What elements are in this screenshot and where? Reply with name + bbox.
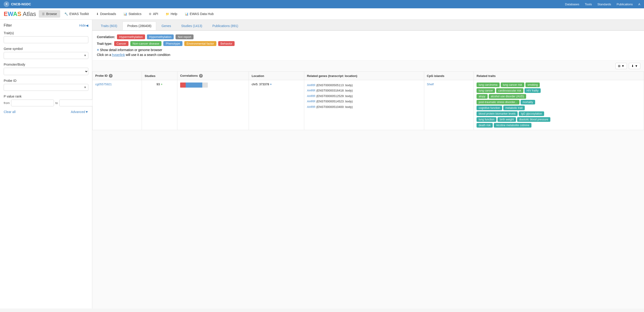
view-dropdown-icon: ▼ <box>622 64 624 68</box>
not-report-badge[interactable]: Not report <box>176 35 194 39</box>
noncancer-badge[interactable]: Non-cancer disease <box>130 41 162 46</box>
logo-text: CNCB-NGDC <box>11 2 31 6</box>
nav-downloads[interactable]: ⬇ Downloads <box>93 10 119 18</box>
trait-tag[interactable]: smoking <box>526 82 540 87</box>
studies-plus-icon[interactable]: + <box>161 82 162 86</box>
gene-link[interactable]: AHRR (ENST00000512529: body) <box>307 93 421 99</box>
gene-link[interactable]: AHRR (ENST00000510400: body) <box>307 104 421 109</box>
hypermethylation-badge[interactable]: Hypermethylation <box>117 35 145 39</box>
nav-ewas-data-hub[interactable]: 📊 EWAS Data Hub <box>182 10 217 18</box>
cancer-badge[interactable]: Cancer <box>114 41 128 46</box>
col-related-traits: Related traits <box>474 72 644 80</box>
trait-tag[interactable]: nicotine metabolite cotinine <box>494 123 532 127</box>
gene-link[interactable]: AHRR (ENST00000316418: body) <box>307 88 421 93</box>
gene-transcript: (ENST00000510400: body) <box>316 105 353 109</box>
trait-tag[interactable]: cognitive function <box>476 106 502 110</box>
trait-tag[interactable]: lung cancer risk <box>501 82 524 87</box>
trait-tag[interactable]: lung cancer <box>476 88 495 93</box>
nav-statistics[interactable]: 📊 Statistics <box>120 10 144 18</box>
nav-help[interactable]: 📁 Help <box>162 10 180 18</box>
tab-publications[interactable]: Publications (891) <box>208 22 243 30</box>
nav-api[interactable]: ⚙ API <box>146 10 162 18</box>
pvalue-from-input[interactable] <box>11 100 54 106</box>
advanced-link[interactable]: Advanced▼ <box>71 110 88 114</box>
cpg-islands-cell: Shelf <box>424 80 474 130</box>
probe-id-link[interactable]: cg05575921 <box>95 82 112 86</box>
hypomethylation-badge[interactable]: Hypomethylation <box>147 35 174 39</box>
detail-info-row: + Show detail information or genome brow… <box>97 48 640 52</box>
trait-tag[interactable]: lung carcinoma <box>476 82 500 87</box>
trait-tag[interactable]: alcohol use disorder (AUD) <box>489 94 526 99</box>
trait-tag[interactable]: diastolic blood pressure <box>517 117 550 122</box>
tab-genes[interactable]: Genes <box>156 22 176 30</box>
nav-api-label: API <box>153 12 158 16</box>
click-info-row: Click on a hyperlink will use it as a se… <box>97 53 640 57</box>
hyperlink-text[interactable]: hyperlink <box>112 53 125 57</box>
gene-link[interactable]: AHRR (ENST00000505113: body) <box>307 82 421 88</box>
gene-transcript: (ENST00000316418: body) <box>316 89 353 92</box>
col-location: Location <box>249 72 304 80</box>
col-studies: Studies <box>142 72 178 80</box>
table-container: Probe ID ? Studies Correlations ? Locati… <box>92 71 644 130</box>
nav-ewas-toolkit[interactable]: 🔧 EWAS Toolkit <box>61 10 92 18</box>
grid-icon: ⊞ <box>618 64 620 68</box>
pvalue-label: P value rank <box>4 94 88 98</box>
trait-type-row: Trait type: Cancer Non-cancer disease Ph… <box>97 41 640 46</box>
nav-publications[interactable]: Publications <box>616 3 633 6</box>
trait-tag[interactable]: blood protein biomarker levels <box>476 111 518 116</box>
pvalue-row: from to Go! <box>4 100 88 106</box>
trait-tag[interactable]: post-traumatic stress disorder... <box>476 100 519 104</box>
trait-tag[interactable]: birth weight <box>498 117 516 122</box>
gene-link[interactable]: AHRR (ENST00000514523: body) <box>307 99 421 104</box>
trait-tag[interactable]: atopy <box>476 94 488 99</box>
location-plus-icon[interactable]: + <box>270 82 272 86</box>
nav-account[interactable]: A <box>638 3 640 6</box>
export-dropdown-icon: ▼ <box>635 64 638 68</box>
cpg-link[interactable]: Shelf <box>427 82 434 86</box>
nav-databases[interactable]: Databases <box>565 3 579 6</box>
tab-studies[interactable]: Studies (1413) <box>176 22 207 30</box>
probe-label: Probe ID <box>4 79 88 82</box>
trait-tag[interactable]: lung function <box>476 117 496 122</box>
trait-tag[interactable]: IgG glycosylation <box>519 111 544 116</box>
behavior-badge[interactable]: Behavior <box>218 41 234 46</box>
nav-standards[interactable]: Standards <box>598 3 611 6</box>
tab-probes[interactable]: Probes (286408) <box>122 22 156 30</box>
studies-cell: 93+ <box>142 80 178 130</box>
probe-id-info-icon[interactable]: ? <box>109 74 112 78</box>
trait-tag[interactable]: metabolic trait <box>503 106 525 110</box>
correlations-info-icon[interactable]: ? <box>199 74 203 78</box>
filter-header: Filter Hide◀ <box>4 23 88 28</box>
col-probe-id: Probe ID ? <box>92 72 142 80</box>
trait-tag[interactable]: mortality <box>520 100 535 104</box>
clear-all-link[interactable]: Clear all <box>4 110 16 114</box>
phenotype-badge[interactable]: Phenotype <box>163 41 182 46</box>
main-header: EWAS Atlas ☰ Browse 🔧 EWAS Toolkit ⬇ Dow… <box>0 8 644 20</box>
data-hub-icon: 📊 <box>185 12 188 16</box>
env-factor-badge[interactable]: Environmental factor <box>184 41 216 46</box>
correlation-row: Correlation: Hypermethylation Hypomethyl… <box>97 35 640 39</box>
gene-name: AHRR <box>307 94 316 98</box>
promoter-select[interactable]: Promoter Body <box>4 68 88 75</box>
nav-browse[interactable]: ☰ Browse <box>39 10 60 18</box>
will-use-text: will use it as a search condition <box>126 53 170 57</box>
trait-input[interactable] <box>4 36 88 43</box>
view-toggle-button[interactable]: ⊞ ▼ <box>616 63 627 69</box>
correlations-cell <box>177 80 249 130</box>
nav-tools[interactable]: Tools <box>585 3 592 6</box>
trait-tag[interactable]: cardiovascular risk <box>496 88 523 93</box>
table-body: cg0557592193+chr5: 373378 +AHRR (ENST000… <box>92 80 644 130</box>
tabs-bar: Traits (603) Probes (286408) Genes Studi… <box>92 20 644 31</box>
corr-bar-blue <box>186 82 202 88</box>
export-button[interactable]: ⬇ ▼ <box>629 63 640 69</box>
gene-input[interactable] <box>4 52 88 59</box>
data-table: Probe ID ? Studies Correlations ? Locati… <box>92 71 644 130</box>
trait-tag[interactable]: HIV frailty <box>524 88 541 93</box>
traits-container: lung carcinomalung cancer risksmokinglun… <box>476 82 550 127</box>
nav-browse-label: Browse <box>46 12 57 16</box>
probe-input[interactable] <box>4 84 88 91</box>
tab-traits[interactable]: Traits (603) <box>96 22 122 30</box>
trait-tag[interactable]: death risk <box>476 123 493 127</box>
main-panel: Traits (603) Probes (286408) Genes Studi… <box>92 20 644 308</box>
hide-link[interactable]: Hide◀ <box>79 24 88 27</box>
